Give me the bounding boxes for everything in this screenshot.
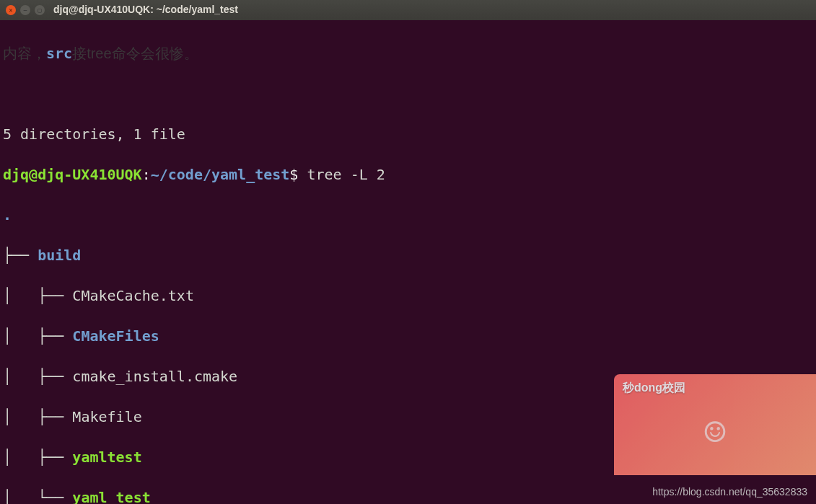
prompt-colon: : bbox=[142, 166, 151, 183]
tree-file: cmake_install.cmake bbox=[72, 368, 237, 385]
tree-branch: ├── bbox=[38, 327, 72, 345]
prompt-user: djq@djq-UX410UQK bbox=[3, 166, 142, 183]
prompt-path: ~/code/yaml_test bbox=[151, 166, 290, 183]
tree-pipe: │ bbox=[3, 327, 38, 345]
close-icon[interactable]: ✕ bbox=[6, 5, 16, 15]
tree-pipe: │ bbox=[3, 287, 38, 304]
tree-exec: yamltest bbox=[72, 448, 141, 466]
maximize-icon[interactable]: ▢ bbox=[35, 5, 45, 15]
minimize-icon[interactable]: − bbox=[20, 5, 30, 15]
tree-pipe: │ bbox=[3, 489, 38, 504]
tree-dir: CMakeFiles bbox=[72, 327, 159, 345]
tree-branch: ├── bbox=[38, 368, 72, 385]
window-title: djq@djq-UX410UQK: ~/code/yaml_test bbox=[53, 3, 238, 17]
tree-summary: 5 directories, 1 file bbox=[3, 125, 185, 143]
shadow-text: 内容， bbox=[3, 45, 46, 61]
prompt-dollar: $ bbox=[289, 166, 298, 183]
tree-branch: ├── bbox=[38, 287, 72, 304]
tree-file: Makefile bbox=[72, 408, 141, 425]
tree-exec: yaml_test bbox=[72, 489, 150, 504]
window-controls: ✕ − ▢ bbox=[6, 5, 45, 15]
tree-pipe: │ bbox=[3, 408, 38, 425]
tree-file: CMakeCache.txt bbox=[72, 287, 194, 304]
tree-root: . bbox=[3, 206, 12, 224]
tree-last: └── bbox=[38, 489, 72, 504]
tree-branch: ├── bbox=[38, 408, 72, 425]
tree-branch: ├── bbox=[38, 448, 72, 466]
command-text: tree -L 2 bbox=[298, 166, 385, 183]
tree-dir: build bbox=[38, 247, 81, 264]
titlebar: ✕ − ▢ djq@djq-UX410UQK: ~/code/yaml_test bbox=[0, 0, 816, 20]
watermark-text: https://blog.csdn.net/qq_35632833 bbox=[652, 485, 807, 500]
shadow-text: 接tree命令会很惨。 bbox=[72, 45, 198, 61]
tree-entry: src bbox=[46, 45, 72, 62]
ad-overlay[interactable]: 秒dong校园 ☺ bbox=[614, 374, 816, 475]
tree-pipe: │ bbox=[3, 448, 38, 466]
ad-mascot-icon: ☺ bbox=[623, 396, 807, 469]
tree-pipe: │ bbox=[3, 368, 38, 385]
ad-logo-text: 秒dong校园 bbox=[623, 380, 807, 396]
tree-branch: ├── bbox=[3, 247, 38, 264]
